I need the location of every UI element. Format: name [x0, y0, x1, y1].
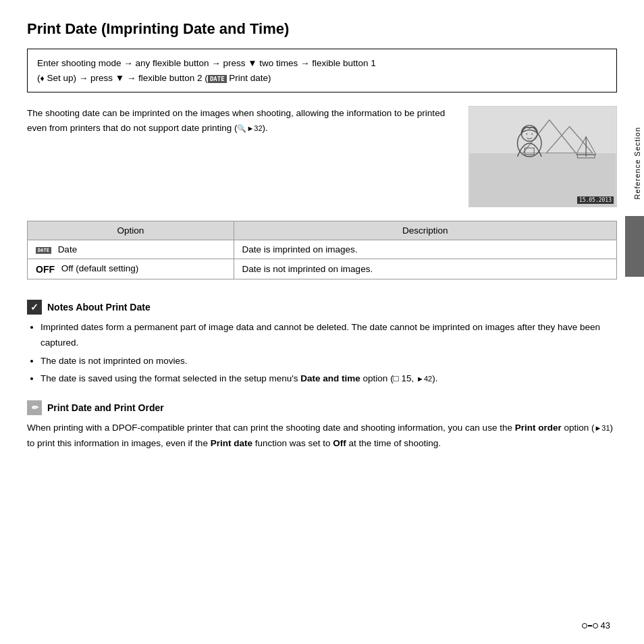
notes-bullet-list: Imprinted dates form a permanent part of…: [27, 320, 617, 387]
sidebar-tab: [625, 216, 644, 277]
dot-icon: [593, 623, 598, 628]
page-number: 43: [582, 620, 610, 630]
option-off-label: Off (default setting): [61, 263, 139, 273]
line-icon: [588, 625, 592, 626]
dot-icon: [582, 623, 587, 628]
notes-title: Notes About Print Date: [47, 302, 151, 313]
list-item: The date is saved using the format selec…: [41, 371, 617, 387]
description-date-cell: Date is imprinted on images.: [234, 240, 616, 259]
page-number-value: 43: [601, 620, 610, 630]
off-icon: OFF: [36, 264, 55, 275]
instruction-line2: (♦ Set up) → press ▼ → flexible button 2…: [37, 73, 271, 83]
options-table: Option Description DATE Date Date is imp…: [27, 221, 617, 279]
sidebar-label: Reference Section: [630, 122, 644, 205]
date-stamp: 15.05.2013: [577, 196, 614, 204]
print-order-section: ✏ Print Date and Print Order When printi…: [27, 400, 617, 452]
table-row: OFF Off (default setting) Date is not im…: [28, 259, 617, 279]
table-row: DATE Date Date is imprinted on images.: [28, 240, 617, 259]
page-icon: [582, 623, 598, 628]
notes-section: ✓ Notes About Print Date Imprinted dates…: [27, 300, 617, 387]
date-icon: DATE: [36, 247, 51, 254]
camera-illustration: 15.05.2013: [468, 106, 617, 207]
intro-text: The shooting date can be imprinted on th…: [27, 106, 455, 135]
pencil-icon: ✏: [27, 400, 42, 415]
list-item: Imprinted dates form a permanent part of…: [41, 320, 617, 351]
checkmark-icon: ✓: [27, 300, 42, 315]
option-date-cell: DATE Date: [28, 240, 234, 259]
col-option-header: Option: [28, 221, 234, 240]
svg-point-11: [531, 134, 533, 135]
print-order-title: Print Date and Print Order: [47, 402, 164, 413]
description-off-cell: Date is not imprinted on images.: [234, 259, 616, 279]
intro-section: The shooting date can be imprinted on th…: [27, 106, 617, 207]
svg-point-10: [526, 134, 527, 135]
page-title: Print Date (Imprinting Date and Time): [27, 20, 617, 38]
instruction-box: Enter shooting mode → any flexible butto…: [27, 49, 617, 92]
notes-header: ✓ Notes About Print Date: [27, 300, 617, 315]
option-off-cell: OFF Off (default setting): [28, 259, 234, 279]
option-date-label: Date: [58, 244, 78, 254]
print-order-header: ✏ Print Date and Print Order: [27, 400, 617, 415]
col-description-header: Description: [234, 221, 616, 240]
instruction-line1: Enter shooting mode → any flexible butto…: [37, 58, 376, 68]
list-item: The date is not imprinted on movies.: [41, 354, 617, 369]
print-order-body: When printing with a DPOF-compatible pri…: [27, 421, 617, 452]
